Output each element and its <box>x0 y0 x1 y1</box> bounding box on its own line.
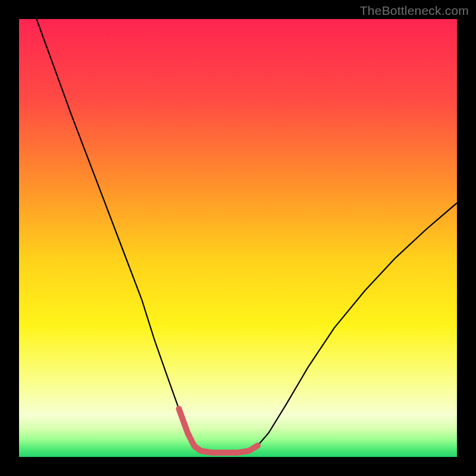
watermark-text: TheBottleneck.com <box>360 4 469 18</box>
bottleneck-chart <box>0 0 476 476</box>
plot-background <box>19 19 457 457</box>
chart-frame: TheBottleneck.com <box>0 0 476 476</box>
